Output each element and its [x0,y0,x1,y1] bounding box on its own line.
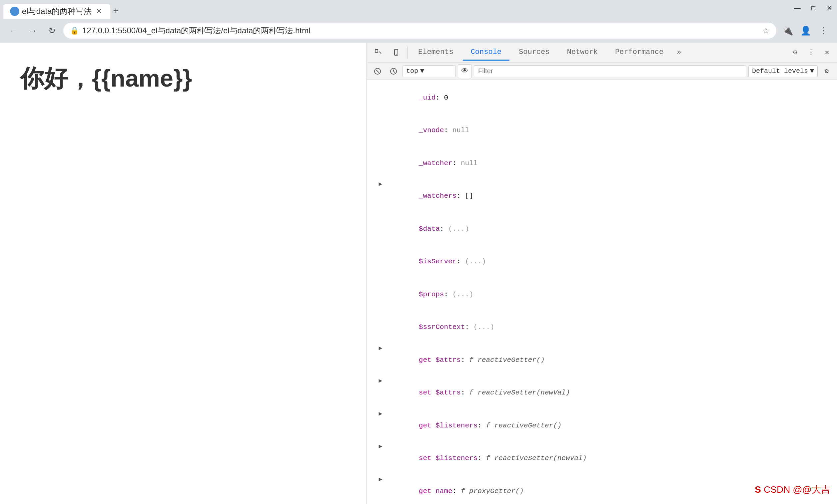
more-tabs-button[interactable]: » [673,45,685,60]
preserve-log-button[interactable] [387,64,400,78]
expand-set-attrs-arrow[interactable]: ▶ [377,378,384,385]
console-line-watcher: _watcher: null [367,147,837,180]
svg-point-3 [396,54,396,55]
console-filter-input[interactable] [474,65,746,77]
tab-sources[interactable]: Sources [511,44,557,61]
console-settings-button[interactable]: ⚙ [820,64,834,78]
bookmark-star-icon[interactable]: ☆ [762,26,770,36]
reload-button[interactable]: ↻ [44,23,60,39]
tab-console[interactable]: Console [463,44,510,61]
csdn-watermark: S CSDN @@大吉 [755,483,830,496]
log-levels-value: Default levels [752,67,808,75]
console-toolbar: top ▼ 👁 Default levels ▼ ⚙ [367,62,837,80]
svg-line-8 [393,71,395,73]
console-line-isserver: $isServer: (...) [367,245,837,278]
back-button[interactable]: ← [5,23,21,39]
address-input[interactable]: 🔒 127.0.0.1:5500/04_el与data的两种写法/el与data… [63,23,776,39]
svg-rect-0 [375,50,378,52]
page-heading: 你好，{{name}} [20,62,346,95]
tab-favicon [10,7,19,16]
tab-elements[interactable]: Elements [410,44,462,61]
tab-bar: el与data的两种写法 ✕ + [3,0,834,19]
active-tab[interactable]: el与data的两种写法 ✕ [3,4,110,19]
forward-button[interactable]: → [25,23,41,39]
window-close-button[interactable]: ✕ [822,0,837,16]
toolbar-icons: 🔌 👤 ⋮ [780,23,832,39]
page-heading-text: 你好，{{name}} [20,65,192,92]
expand-get-name-arrow[interactable]: ▶ [377,476,384,483]
context-selector-value: top [406,67,418,75]
console-line-get-attrs: ▶ get $attrs: f reactiveGetter() [367,343,837,376]
devtools-close-button[interactable]: ✕ [820,45,834,60]
profile-button[interactable]: 👤 [798,23,814,39]
extensions-button[interactable]: 🔌 [780,23,796,39]
console-line-set-listeners: ▶ set $listeners: f reactiveSetter(newVa… [367,442,837,475]
context-selector-arrow: ▼ [420,67,424,75]
address-bar-row: ← → ↻ 🔒 127.0.0.1:5500/04_el与data的两种写法/e… [0,19,837,43]
log-levels-arrow: ▼ [810,67,814,75]
console-line-data: $data: (...) [367,212,837,245]
console-line-vnode: _vnode: null [367,114,837,147]
expand-watchers-arrow[interactable]: ▶ [377,181,384,188]
context-selector[interactable]: top ▼ [403,65,456,77]
tab-network[interactable]: Network [559,44,605,61]
toolbar-separator [407,46,408,59]
console-line-watchers: ▶ _watchers: [] [367,180,837,213]
browser-chrome: el与data的两种写法 ✕ + — □ ✕ [0,0,837,19]
minimize-button[interactable]: — [790,0,805,16]
console-line-set-attrs: ▶ set $attrs: f reactiveSetter(newVal) [367,376,837,409]
device-toolbar-button[interactable] [388,44,405,61]
tab-performance[interactable]: Performance [607,44,671,61]
log-levels-selector[interactable]: Default levels ▼ [748,65,818,77]
live-expressions-button[interactable]: 👁 [458,64,472,78]
devtools-settings-button[interactable]: ⚙ [788,45,802,60]
console-line-ssrcontext: $ssrContext: (...) [367,311,837,344]
address-text: 127.0.0.1:5500/04_el与data的两种写法/el与data的两… [82,25,759,36]
tab-close-button[interactable]: ✕ [94,7,104,16]
devtools-menu-button[interactable]: ⋮ [804,45,818,60]
expand-set-listeners-arrow[interactable]: ▶ [377,443,384,450]
window-controls: — □ ✕ [784,0,837,16]
expand-get-listeners-arrow[interactable]: ▶ [377,410,384,417]
devtools-panel: Elements Console Sources Network Perform… [367,43,837,504]
svg-line-1 [379,52,381,54]
lock-icon: 🔒 [70,26,79,35]
inspect-element-button[interactable] [370,44,387,61]
console-line-props: $props: (...) [367,278,837,311]
clear-console-button[interactable] [371,64,385,78]
console-output: _uid: 0 _vnode: null _watcher: null ▶ _w… [367,80,837,504]
svg-line-5 [376,70,379,73]
expand-get-attrs-arrow[interactable]: ▶ [377,345,384,352]
browser-settings-button[interactable]: ⋮ [816,23,832,39]
devtools-top-toolbar: Elements Console Sources Network Perform… [367,43,837,62]
new-tab-button[interactable]: + [110,3,121,19]
main-content-area: 你好，{{name}} [0,43,367,504]
csdn-text: CSDN @@大吉 [764,483,830,496]
csdn-logo: S [755,484,761,495]
console-line-uid: _uid: 0 [367,81,837,114]
tab-title: el与data的两种写法 [22,6,92,17]
maximize-button[interactable]: □ [806,0,821,16]
console-line-get-listeners: ▶ get $listeners: f reactiveGetter() [367,409,837,442]
